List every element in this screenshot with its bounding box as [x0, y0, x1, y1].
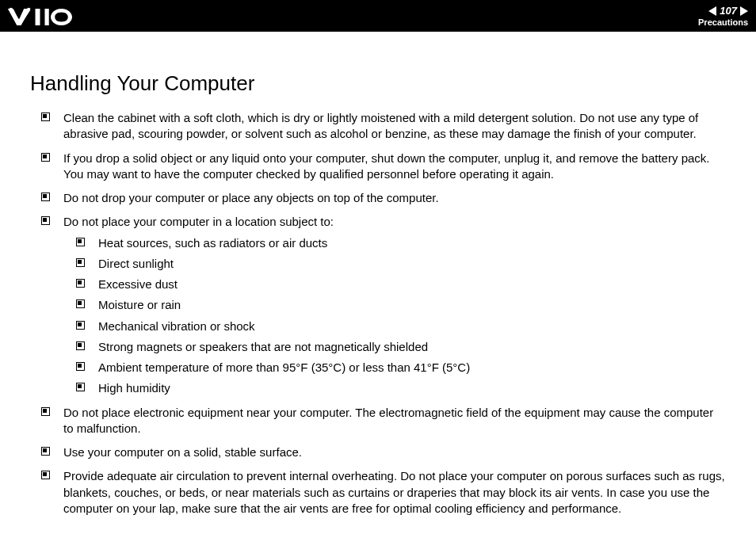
- list-item-text: Do not place your computer in a location…: [63, 215, 334, 228]
- list-item: Provide adequate air circulation to prev…: [41, 468, 726, 517]
- list-item-text: Do not place electronic equipment near y…: [63, 406, 713, 435]
- bullet-icon: [41, 193, 50, 201]
- page-content: Handling Your Computer Clean the cabinet…: [0, 32, 756, 534]
- list-item: Do not place your computer in a location…: [41, 214, 726, 396]
- list-item: Strong magnets or speakers that are not …: [76, 339, 726, 355]
- list-item-text: Mechanical vibration or shock: [98, 319, 255, 333]
- bullet-icon: [41, 216, 50, 225]
- list-item: If you drop a solid object or any liquid…: [41, 151, 726, 183]
- bullet-icon: [41, 447, 50, 456]
- bullet-icon: [76, 238, 85, 246]
- bullet-icon: [76, 321, 85, 330]
- bullet-icon: [76, 279, 85, 288]
- bullet-icon: [41, 113, 50, 121]
- list-item-text: Provide adequate air circulation to prev…: [63, 469, 725, 515]
- list-item-text: If you drop a solid object or any liquid…: [63, 151, 709, 181]
- bullet-icon: [76, 341, 85, 350]
- list-item-text: Direct sunlight: [98, 257, 174, 270]
- list-item: Use your computer on a solid, stable sur…: [41, 444, 726, 460]
- next-page-arrow-icon[interactable]: [740, 6, 748, 16]
- list-item: Clean the cabinet with a soft cloth, whi…: [41, 110, 726, 143]
- list-item: Do not place electronic equipment near y…: [41, 405, 726, 437]
- list-item-text: High humidity: [98, 381, 170, 395]
- list-item: Excessive dust: [76, 277, 726, 292]
- bullet-icon: [41, 407, 50, 416]
- header-right: 107 Precautions: [698, 5, 748, 27]
- list-item-text: Ambient temperature of more than 95°F (3…: [98, 360, 470, 374]
- list-item: Mechanical vibration or shock: [76, 318, 726, 334]
- section-label: Precautions: [698, 17, 748, 27]
- bullet-icon: [76, 362, 85, 371]
- sub-list: Heat sources, such as radiators or air d…: [63, 235, 726, 397]
- bullet-icon: [76, 383, 85, 391]
- list-item-text: Clean the cabinet with a soft cloth, whi…: [63, 111, 698, 140]
- list-item: Moisture or rain: [76, 297, 726, 313]
- page-nav: 107: [708, 5, 748, 17]
- list-item-text: Excessive dust: [98, 277, 178, 291]
- list-item: Direct sunlight: [76, 256, 726, 272]
- prev-page-arrow-icon[interactable]: [708, 6, 716, 16]
- bullet-icon: [41, 471, 50, 479]
- list-item-text: Heat sources, such as radiators or air d…: [98, 236, 327, 250]
- bullet-icon: [41, 153, 50, 162]
- precaution-list: Clean the cabinet with a soft cloth, whi…: [30, 110, 726, 517]
- list-item: Heat sources, such as radiators or air d…: [76, 235, 726, 251]
- list-item-text: Use your computer on a solid, stable sur…: [63, 445, 302, 459]
- list-item: Ambient temperature of more than 95°F (3…: [76, 360, 726, 376]
- bullet-icon: [76, 258, 85, 267]
- list-item-text: Do not drop your computer or place any o…: [63, 191, 439, 204]
- bullet-icon: [76, 299, 85, 308]
- document-header: 107 Precautions: [0, 0, 756, 32]
- list-item: High humidity: [76, 380, 726, 396]
- svg-rect-1: [45, 9, 49, 25]
- list-item-text: Strong magnets or speakers that are not …: [98, 340, 428, 353]
- page-number: 107: [720, 5, 737, 17]
- vaio-logo: [8, 6, 103, 25]
- list-item: Do not drop your computer or place any o…: [41, 190, 726, 206]
- page-title: Handling Your Computer: [30, 71, 726, 96]
- list-item-text: Moisture or rain: [98, 298, 181, 311]
